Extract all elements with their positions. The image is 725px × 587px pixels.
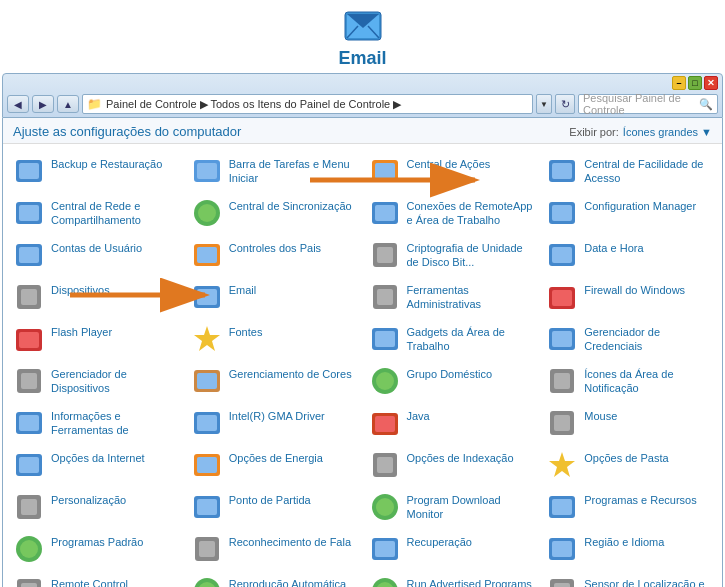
list-item[interactable]: Região e Idioma [540,528,718,570]
list-item[interactable]: Dispositivos [7,276,185,318]
item-icon [546,491,578,523]
close-button[interactable]: ✕ [704,76,718,90]
list-item[interactable]: Central de Facilidade de Acesso [540,150,718,192]
svg-rect-8 [197,163,217,179]
list-item[interactable]: Informações e Ferramentas de [7,402,185,444]
control-panel-main: Ajuste as configurações do computador Ex… [2,118,723,587]
list-item[interactable]: Data e Hora [540,234,718,276]
list-item[interactable]: Personalização [7,486,185,528]
list-item[interactable]: Programas e Recursos [540,486,718,528]
list-item[interactable]: Firewall do Windows [540,276,718,318]
address-dropdown[interactable]: ▼ [536,94,552,114]
list-item[interactable]: Conexões de RemoteApp e Área de Trabalho [363,192,541,234]
item-label: Programas e Recursos [584,493,697,507]
item-icon [13,281,45,313]
list-item[interactable]: Ferramentas Administrativas [363,276,541,318]
minimize-button[interactable]: – [672,76,686,90]
list-item[interactable]: Gerenciamento de Cores [185,360,363,402]
list-item[interactable]: Backup e Restauração [7,150,185,192]
item-label: Gerenciador de Credenciais [584,325,712,354]
item-label: Intel(R) GMA Driver [229,409,325,423]
svg-point-49 [376,372,394,390]
item-label: Grupo Doméstico [407,367,493,381]
svg-rect-30 [21,289,37,305]
list-item[interactable]: Contas de Usuário [7,234,185,276]
list-item[interactable]: Central de Sincronização [185,192,363,234]
item-icon [369,197,401,229]
item-label: Controles dos Pais [229,241,321,255]
list-item[interactable]: Controles dos Pais [185,234,363,276]
list-item[interactable]: Gadgets da Área de Trabalho [363,318,541,360]
item-label: Central de Ações [407,157,491,171]
list-item[interactable]: Gerenciador de Dispositivos [7,360,185,402]
item-icon [13,155,45,187]
list-item[interactable]: Central de Rede e Compartilhamento [7,192,185,234]
item-icon [369,365,401,397]
item-icon [546,449,578,481]
svg-rect-53 [19,415,39,431]
svg-rect-78 [199,541,215,557]
svg-rect-18 [375,205,395,221]
list-item[interactable]: Reprodução Automática [185,570,363,587]
list-item[interactable]: Gerenciador de Credenciais [540,318,718,360]
list-item[interactable]: Ponto de Partida [185,486,363,528]
app-title-area: Email [0,0,725,73]
list-item[interactable]: Opções de Energia [185,444,363,486]
item-label: Opções de Pasta [584,451,668,465]
svg-point-72 [376,498,394,516]
list-item[interactable]: Java [363,402,541,444]
list-item[interactable]: Opções de Pasta [540,444,718,486]
item-label: Barra de Tarefas e Menu Iniciar [229,157,357,186]
svg-rect-14 [19,205,39,221]
refresh-button[interactable]: ↻ [555,94,575,114]
item-label: Gerenciador de Dispositivos [51,367,179,396]
items-container[interactable]: Backup e RestauraçãoBarra de Tarefas e M… [3,144,722,587]
forward-button[interactable]: ▶ [32,95,54,113]
list-item[interactable]: Sensor de Localização e Outros Sensores [540,570,718,587]
svg-rect-38 [19,332,39,348]
list-item[interactable]: Grupo Doméstico [363,360,541,402]
list-item[interactable]: Opções de Indexação [363,444,541,486]
list-item[interactable]: Intel(R) GMA Driver [185,402,363,444]
list-item[interactable]: Remote Control [7,570,185,587]
list-item[interactable]: Configuration Manager [540,192,718,234]
maximize-button[interactable]: □ [688,76,702,90]
app-title-text: Email [338,48,386,69]
item-label: Opções da Internet [51,451,145,465]
list-item[interactable]: Fontes [185,318,363,360]
item-label: Personalização [51,493,126,507]
search-field[interactable]: Pesquisar Painel de Controle 🔍 [578,94,718,114]
item-icon [546,281,578,313]
view-by-label: Exibir por: [569,126,619,138]
titlebar: – □ ✕ [3,74,722,92]
search-placeholder: Pesquisar Painel de Controle [583,92,699,116]
up-button[interactable]: ▲ [57,95,79,113]
list-item[interactable]: Reconhecimento de Fala [185,528,363,570]
list-item[interactable]: Central de Ações [363,150,541,192]
item-label: Firewall do Windows [584,283,685,297]
list-item[interactable]: Opções da Internet [7,444,185,486]
svg-rect-12 [552,163,572,179]
address-field[interactable]: 📁 Painel de Controle ▶ Todos os Itens do… [82,94,533,114]
back-button[interactable]: ◀ [7,95,29,113]
item-icon [369,407,401,439]
email-icon [343,8,383,44]
svg-rect-84 [21,583,37,587]
item-icon [369,449,401,481]
list-item[interactable]: Barra de Tarefas e Menu Iniciar [185,150,363,192]
svg-rect-51 [554,373,570,389]
svg-rect-10 [375,163,395,179]
list-item[interactable]: Program Download Monitor [363,486,541,528]
list-item[interactable]: Run Advertised Programs [363,570,541,587]
item-icon [369,491,401,523]
list-item[interactable]: Recuperação [363,528,541,570]
list-item[interactable]: Programas Padrão [7,528,185,570]
list-item[interactable]: Flash Player [7,318,185,360]
list-item[interactable]: Ícones da Área de Notificação [540,360,718,402]
list-item[interactable]: Email [185,276,363,318]
item-label: Criptografia de Unidade de Disco Bit... [407,241,535,270]
list-item[interactable]: Mouse [540,402,718,444]
list-item[interactable]: Criptografia de Unidade de Disco Bit... [363,234,541,276]
view-mode-dropdown[interactable]: Ícones grandes ▼ [623,126,712,138]
item-icon [191,155,223,187]
